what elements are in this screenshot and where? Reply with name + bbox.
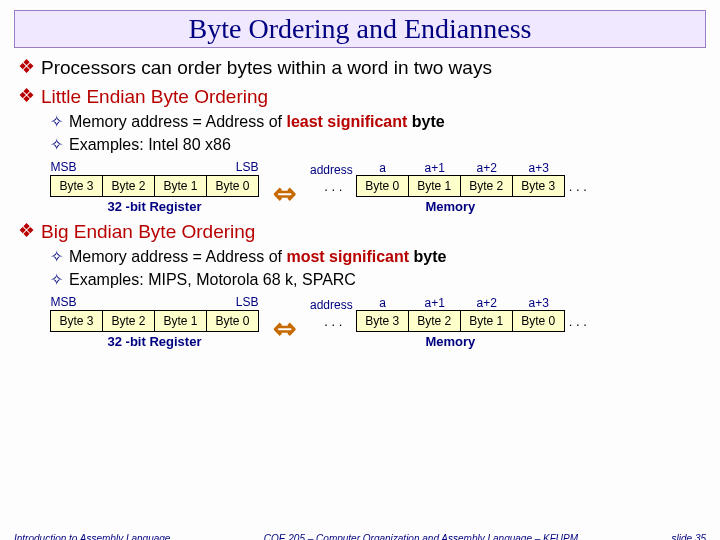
register-caption: 32 -bit Register [108, 334, 202, 349]
double-arrow-icon: ⇔ [273, 180, 296, 208]
bullet-big-endian: ❖Big Endian Byte Ordering [18, 220, 702, 243]
text: byte [407, 113, 444, 130]
bullet-little-endian: ❖Little Endian Byte Ordering [18, 85, 702, 108]
text: Examples: Intel 80 x86 [69, 136, 231, 153]
reg-cell: Byte 2 [103, 176, 155, 196]
mem-cell: Byte 2 [408, 310, 461, 332]
memory-caption: Memory [425, 199, 475, 214]
footer-mid: COE 205 – Computer Organization and Asse… [170, 533, 671, 540]
mem-cell: Byte 0 [512, 310, 565, 332]
diagram-little-endian: MSBLSB Byte 3 Byte 2 Byte 1 Byte 0 32 -b… [50, 160, 702, 214]
lsb-label: LSB [236, 160, 259, 174]
addr-a3: a+3 [529, 161, 549, 175]
footer-right: slide 35 [672, 533, 706, 540]
text: Memory address = Address of [69, 248, 286, 265]
bullet-text: Big Endian Byte Ordering [41, 221, 255, 242]
content: ❖Processors can order bytes within a wor… [0, 56, 720, 349]
addr-a3: a+3 [529, 296, 549, 310]
diamond-small-icon: ✧ [50, 113, 63, 130]
address-label: address [310, 298, 357, 312]
subbullet-be-addr: ✧Memory address = Address of most signif… [50, 247, 702, 266]
mem-cell: Byte 1 [460, 310, 513, 332]
slide: Byte Ordering and Endianness ❖Processors… [0, 10, 720, 540]
ellipsis: . . . [320, 312, 346, 332]
addr-a: a [379, 296, 386, 310]
msb-label: MSB [51, 160, 77, 174]
register-end-labels: MSBLSB [51, 160, 259, 174]
register-cells: Byte 3 Byte 2 Byte 1 Byte 0 [50, 175, 259, 197]
mem-cell: Byte 3 [512, 175, 565, 197]
bullet-intro: ❖Processors can order bytes within a wor… [18, 56, 702, 79]
footer-left: Introduction to Assembly Language [14, 533, 170, 540]
diamond-small-icon: ✧ [50, 248, 63, 265]
address-label: address [310, 163, 357, 177]
text: Memory address = Address of [69, 113, 286, 130]
memory-block: address. . . aByte 0 a+1Byte 1 a+2Byte 2… [310, 161, 591, 214]
ellipsis: . . . [320, 177, 346, 197]
diamond-icon: ❖ [18, 219, 35, 242]
memory-caption: Memory [425, 334, 475, 349]
footer: Introduction to Assembly Language COE 20… [0, 533, 720, 540]
addr-a: a [379, 161, 386, 175]
mem-cell: Byte 0 [356, 175, 409, 197]
register-caption: 32 -bit Register [108, 199, 202, 214]
msb-label: MSB [51, 295, 77, 309]
reg-cell: Byte 2 [103, 311, 155, 331]
register-block: MSBLSB Byte 3 Byte 2 Byte 1 Byte 0 32 -b… [50, 295, 259, 349]
em-text: least significant [286, 113, 407, 130]
diamond-small-icon: ✧ [50, 136, 63, 153]
addr-a1: a+1 [425, 296, 445, 310]
subbullet-le-addr: ✧Memory address = Address of least signi… [50, 112, 702, 131]
addr-a1: a+1 [425, 161, 445, 175]
reg-cell: Byte 0 [207, 311, 258, 331]
text: byte [409, 248, 446, 265]
diagram-big-endian: MSBLSB Byte 3 Byte 2 Byte 1 Byte 0 32 -b… [50, 295, 702, 349]
diamond-icon: ❖ [18, 84, 35, 107]
page-title: Byte Ordering and Endianness [189, 13, 532, 44]
addr-a2: a+2 [477, 161, 497, 175]
reg-cell: Byte 0 [207, 176, 258, 196]
bullet-text: Processors can order bytes within a word… [41, 57, 492, 78]
em-text: most significant [286, 248, 409, 265]
title-band: Byte Ordering and Endianness [14, 10, 706, 48]
ellipsis: . . . [565, 177, 591, 197]
reg-cell: Byte 1 [155, 176, 207, 196]
reg-cell: Byte 3 [51, 311, 103, 331]
ellipsis: . . . [565, 312, 591, 332]
reg-cell: Byte 3 [51, 176, 103, 196]
memory-block: address. . . aByte 3 a+1Byte 2 a+2Byte 1… [310, 296, 591, 349]
subbullet-be-examples: ✧Examples: MIPS, Motorola 68 k, SPARC [50, 270, 702, 289]
register-block: MSBLSB Byte 3 Byte 2 Byte 1 Byte 0 32 -b… [50, 160, 259, 214]
mem-cell: Byte 3 [356, 310, 409, 332]
reg-cell: Byte 1 [155, 311, 207, 331]
bullet-text: Little Endian Byte Ordering [41, 86, 268, 107]
register-end-labels: MSBLSB [51, 295, 259, 309]
addr-a2: a+2 [477, 296, 497, 310]
mem-cell: Byte 2 [460, 175, 513, 197]
register-cells: Byte 3 Byte 2 Byte 1 Byte 0 [50, 310, 259, 332]
mem-cell: Byte 1 [408, 175, 461, 197]
memory-row: address. . . aByte 0 a+1Byte 1 a+2Byte 2… [310, 161, 591, 197]
lsb-label: LSB [236, 295, 259, 309]
text: Examples: MIPS, Motorola 68 k, SPARC [69, 271, 356, 288]
diamond-small-icon: ✧ [50, 271, 63, 288]
subbullet-le-examples: ✧Examples: Intel 80 x86 [50, 135, 702, 154]
double-arrow-icon: ⇔ [273, 315, 296, 343]
memory-row: address. . . aByte 3 a+1Byte 2 a+2Byte 1… [310, 296, 591, 332]
diamond-icon: ❖ [18, 55, 35, 78]
